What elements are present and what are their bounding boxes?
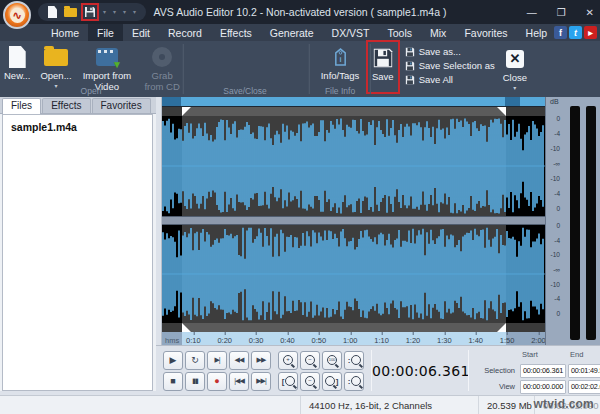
ribbon-group-open: New... Open... ▾ Import from Video Grab … — [0, 41, 182, 97]
menu-tab-effects[interactable]: Effects — [211, 24, 261, 41]
db-label: -10 — [546, 252, 560, 258]
quick-save-icon[interactable] — [84, 6, 96, 18]
close-button[interactable]: ✕ — [586, 7, 594, 18]
qat-dropdown-icon[interactable]: ▾ — [113, 9, 116, 15]
magnifier-modifier: − — [306, 356, 314, 364]
zoom-selection-start-button[interactable]: [ — [278, 372, 298, 391]
minimize-button[interactable]: — — [527, 7, 537, 18]
twitter-icon[interactable]: t — [569, 26, 582, 39]
go-to-start-button[interactable]: |◀◀ — [229, 372, 249, 391]
zoom-selection-end-modifier: ] — [336, 377, 339, 386]
tab-files[interactable]: Files — [2, 98, 41, 114]
menu-item-save-all[interactable]: Save All — [405, 74, 495, 85]
menu-bar: HomeFileEditRecordEffectsGenerateDX/VSTT… — [0, 24, 600, 41]
channel-divider — [162, 216, 545, 225]
waveform-channel-right[interactable] — [162, 225, 545, 323]
facebook-icon[interactable]: f — [554, 26, 567, 39]
zoom-selection-button[interactable]: − — [300, 372, 320, 391]
waveform-channel-left[interactable] — [162, 116, 545, 216]
zoom-out-button[interactable]: − — [300, 351, 320, 370]
go-to-end-button[interactable]: ▶▶| — [251, 372, 271, 391]
close-file-button[interactable]: ✕ Close ▾ — [503, 43, 527, 91]
close-dropdown-icon[interactable]: ▾ — [513, 86, 516, 91]
forward-button[interactable]: ▶▶ — [251, 351, 271, 370]
ribbon-group-file-info: i Info/Tags File Info — [312, 41, 368, 97]
zoom-vertical-out-modifier: : — [348, 377, 351, 386]
maximize-button[interactable]: ❐ — [557, 7, 566, 18]
ruler-tick: 1:20 — [406, 336, 421, 345]
tab-favorites[interactable]: Favorites — [92, 98, 151, 113]
overview-scrollbar[interactable] — [162, 97, 545, 107]
zoom-vertical-out-button[interactable]: : — [344, 372, 364, 391]
status-bar: 44100 Hz, 16-bit, 2 Channels 20.539 Mb 0… — [0, 395, 600, 414]
magnifier-icon — [325, 376, 335, 386]
save-button[interactable]: Save — [369, 43, 397, 91]
floppy-small-icon — [405, 61, 415, 71]
ruler-tick: 1:30 — [437, 336, 452, 345]
db-scale-right-channel: 0-4-10-∞-10-40 — [546, 223, 560, 317]
play-button[interactable]: ▶ — [163, 351, 183, 370]
rewind-button[interactable]: ◀◀ — [229, 351, 249, 370]
zoom-selection-start-modifier: [ — [282, 377, 285, 386]
group-label-open: Open — [0, 86, 182, 96]
menu-tab-record[interactable]: Record — [159, 24, 211, 41]
magnifier-icon: − — [305, 376, 315, 386]
menu-tab-file[interactable]: File — [88, 24, 123, 41]
open-folder-icon — [44, 49, 68, 66]
selection-end-handle[interactable] — [497, 107, 506, 116]
selection-start-handle[interactable] — [182, 323, 191, 332]
level-meter-panel: dB 0-4-10-∞-10-40 0-4-10-∞-10-40 — [545, 97, 600, 345]
menu-tab-mix[interactable]: Mix — [421, 24, 455, 41]
menu-item-save-as-[interactable]: Save as... — [405, 46, 495, 57]
zoom-in-button[interactable]: + — [278, 351, 298, 370]
menu-tab-edit[interactable]: Edit — [123, 24, 159, 41]
new-button[interactable]: New... — [4, 41, 30, 92]
play-to-end-button[interactable]: ▶| — [207, 351, 227, 370]
menu-tab-home[interactable]: Home — [42, 24, 88, 41]
file-list-item[interactable]: sample1.m4a — [11, 121, 152, 133]
menu-item-save-selection-as[interactable]: Save Selection as — [405, 60, 495, 71]
ruler-tick: 1:50 — [500, 336, 515, 345]
ruler-unit-label: hms — [165, 336, 179, 345]
record-button[interactable]: ● — [207, 372, 227, 391]
pause-button[interactable]: ▮▮ — [185, 372, 205, 391]
record-icon: ● — [214, 376, 219, 386]
table-cell: 00:02:02.090 — [568, 380, 600, 394]
ruler-tick: 0:50 — [312, 336, 327, 345]
save-floppy-icon — [373, 48, 393, 68]
loop-button[interactable]: ↻ — [185, 351, 205, 370]
ruler-tick: 1:00 — [343, 336, 358, 345]
selection-bar-bottom[interactable] — [162, 323, 545, 332]
info-tags-button[interactable]: i Info/Tags — [312, 41, 368, 82]
stop-button[interactable]: ■ — [163, 372, 183, 391]
menu-tab-favorites[interactable]: Favorites — [455, 24, 516, 41]
level-meter-left — [570, 106, 580, 340]
open-button[interactable]: Open... ▾ — [40, 41, 71, 92]
zoom-100-button[interactable]: 100 — [322, 351, 342, 370]
ruler-tick: 0:40 — [280, 336, 295, 345]
menu-tab-generate[interactable]: Generate — [261, 24, 323, 41]
overview-left-cap — [162, 97, 181, 106]
tab-effects[interactable]: Effects — [42, 98, 90, 113]
zoom-vertical-in-button[interactable]: : — [344, 351, 364, 370]
new-file-icon[interactable] — [48, 6, 57, 18]
zoom-selection-end-button[interactable]: ] — [322, 372, 342, 391]
file-list: sample1.m4a — [2, 114, 153, 391]
youtube-icon[interactable]: ▶ — [584, 26, 597, 39]
close-file-icon: ✕ — [506, 50, 524, 68]
import-from-video-button[interactable]: Import from Video — [82, 41, 133, 92]
selection-start-handle[interactable] — [182, 107, 191, 116]
open-file-icon[interactable] — [64, 8, 77, 17]
db-label: 0 — [546, 206, 560, 212]
selection-end-handle[interactable] — [497, 323, 506, 332]
selection-bar-top[interactable] — [162, 107, 545, 116]
menu-tab-dxvst[interactable]: DX/VST — [323, 24, 379, 41]
status-file-size: 20.539 Mb — [478, 396, 534, 414]
menu-tab-tools[interactable]: Tools — [379, 24, 422, 41]
control-bar: ▶↻▶|◀◀▶▶■▮▮●|◀◀▶▶| +−100:[−]: 00:00:06.3… — [156, 345, 600, 395]
table-cell: 00:00:00.000 — [520, 380, 566, 394]
db-label: 0 — [546, 223, 560, 229]
qat-dropdown-icon[interactable]: ▾ — [103, 9, 106, 15]
menu-tab-help[interactable]: Help — [517, 24, 557, 41]
menu-item-label: Save All — [419, 74, 453, 85]
